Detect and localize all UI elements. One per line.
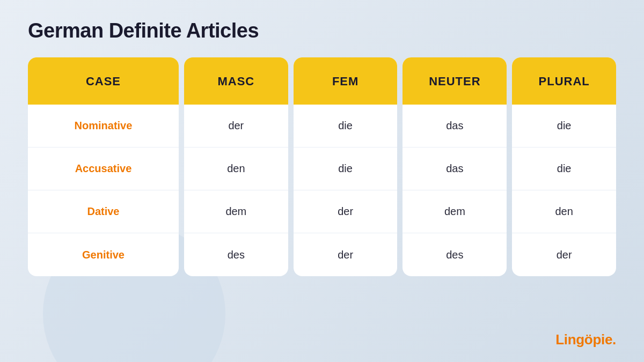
cell-case-dative: Dative xyxy=(28,190,179,233)
cell-case-accusative: Accusative xyxy=(28,147,179,190)
page-title: German Definite Articles xyxy=(28,19,616,42)
col-plural-body: die die den der xyxy=(512,105,616,276)
cell-masc-accusative: den xyxy=(184,147,288,190)
cell-fem-nominative: die xyxy=(294,105,398,147)
col-case: CASE Nominative Accusative Dative Geniti… xyxy=(28,57,179,276)
col-masc-header: MASC xyxy=(184,57,288,105)
cell-fem-dative: der xyxy=(294,190,398,233)
cell-plural-nominative: die xyxy=(512,105,616,147)
cell-plural-dative: den xyxy=(512,190,616,233)
col-fem-header: FEM xyxy=(294,57,398,105)
col-fem-body: die die der der xyxy=(294,105,398,276)
col-plural-header: PLURAL xyxy=(512,57,616,105)
cell-fem-accusative: die xyxy=(294,147,398,190)
cell-neuter-genitive: des xyxy=(402,233,507,276)
cell-plural-accusative: die xyxy=(512,147,616,190)
col-case-header: CASE xyxy=(28,57,179,105)
cell-neuter-dative: dem xyxy=(402,190,507,233)
col-plural: PLURAL die die den der xyxy=(512,57,616,276)
cell-case-genitive: Genitive xyxy=(28,233,179,276)
col-masc-body: der den dem des xyxy=(184,105,288,276)
article-table: CASE Nominative Accusative Dative Geniti… xyxy=(28,57,616,276)
cell-masc-nominative: der xyxy=(184,105,288,147)
cell-masc-genitive: des xyxy=(184,233,288,276)
cell-neuter-accusative: das xyxy=(402,147,507,190)
cell-neuter-nominative: das xyxy=(402,105,507,147)
cell-masc-dative: dem xyxy=(184,190,288,233)
cell-fem-genitive: der xyxy=(294,233,398,276)
page-wrapper: German Definite Articles CASE Nominative… xyxy=(0,0,644,292)
cell-case-nominative: Nominative xyxy=(28,105,179,147)
col-neuter-header: NEUTER xyxy=(402,57,507,105)
col-masc: MASC der den dem des xyxy=(184,57,288,276)
col-neuter: NEUTER das das dem des xyxy=(402,57,507,276)
col-neuter-body: das das dem des xyxy=(402,105,507,276)
brand-logo: Lingöpie. xyxy=(555,331,616,348)
col-fem: FEM die die der der xyxy=(294,57,398,276)
col-case-body: Nominative Accusative Dative Genitive xyxy=(28,105,179,276)
cell-plural-genitive: der xyxy=(512,233,616,276)
